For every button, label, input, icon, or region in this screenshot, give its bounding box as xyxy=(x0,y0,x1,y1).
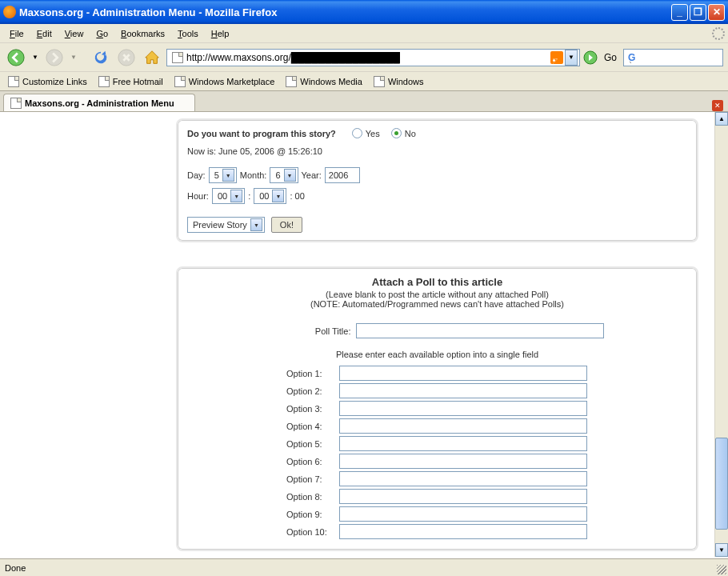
back-button[interactable] xyxy=(5,46,27,69)
hour-select[interactable]: 00▼ xyxy=(212,188,245,204)
ok-button[interactable]: Ok! xyxy=(271,217,302,233)
go-button[interactable] xyxy=(583,50,598,65)
svg-point-1 xyxy=(46,49,62,65)
bookmark-windows[interactable]: Windows xyxy=(369,74,429,89)
program-story-panel: Do you want to program this story? Yes N… xyxy=(176,118,698,242)
poll-title-label: Poll Title: xyxy=(271,326,351,336)
poll-option-row: Option 4: xyxy=(187,418,687,434)
poll-option-label: Option 8: xyxy=(286,492,339,502)
stop-button[interactable] xyxy=(115,46,138,69)
poll-option-label: Option 10: xyxy=(286,527,339,537)
poll-option-label: Option 2: xyxy=(286,386,339,396)
page-icon xyxy=(10,98,22,109)
menu-bookmarks[interactable]: Bookmarks xyxy=(114,27,171,40)
rss-icon[interactable] xyxy=(550,51,563,64)
poll-option-row: Option 3: xyxy=(187,401,687,416)
page-icon xyxy=(286,76,297,87)
menu-go[interactable]: Go xyxy=(90,27,114,40)
poll-subtext-2: (NOTE: Automated/Programmed news can't h… xyxy=(187,299,687,309)
poll-option-input[interactable] xyxy=(339,471,587,486)
home-button[interactable] xyxy=(141,46,163,69)
poll-title-input[interactable] xyxy=(356,323,604,338)
poll-option-input[interactable] xyxy=(339,383,587,398)
tab-close-button[interactable]: ✕ xyxy=(712,100,723,111)
month-label: Month: xyxy=(240,170,267,180)
poll-option-label: Option 7: xyxy=(286,474,339,484)
minute-select[interactable]: 00▼ xyxy=(254,188,286,204)
poll-option-row: Option 6: xyxy=(187,454,687,469)
menu-bar: File Edit View Go Bookmarks Tools Help xyxy=(0,24,728,43)
scroll-track[interactable] xyxy=(715,126,728,543)
bookmarks-toolbar: Customize Links Free Hotmail Windows Mar… xyxy=(0,72,728,91)
page-icon xyxy=(374,76,385,87)
poll-option-label: Option 4: xyxy=(286,422,339,431)
svg-text:G: G xyxy=(628,52,635,63)
poll-option-input[interactable] xyxy=(339,366,587,381)
poll-option-label: Option 6: xyxy=(286,457,339,466)
poll-option-input[interactable] xyxy=(339,506,587,522)
forward-dropdown[interactable]: ▼ xyxy=(69,46,78,69)
resize-grip[interactable] xyxy=(717,565,726,574)
now-timestamp: Now is: June 05, 2006 @ 15:26:10 xyxy=(187,146,687,156)
chevron-down-icon: ▼ xyxy=(250,218,262,231)
reload-button[interactable] xyxy=(90,46,112,69)
bookmark-windows-marketplace[interactable]: Windows Marketplace xyxy=(170,74,280,89)
throbber-icon xyxy=(712,27,725,40)
url-bar[interactable]: http://www.maxsons.org/████████████████ … xyxy=(166,49,580,66)
poll-option-input[interactable] xyxy=(339,436,587,451)
tab-active[interactable]: Maxsons.org - Administration Menu xyxy=(3,94,195,111)
menu-file[interactable]: File xyxy=(3,27,30,40)
vertical-scrollbar[interactable]: ▲ ▼ xyxy=(714,112,728,557)
poll-option-label: Option 1: xyxy=(286,369,339,378)
year-label: Year: xyxy=(302,170,322,180)
bookmark-windows-media[interactable]: Windows Media xyxy=(281,74,367,89)
scroll-down-button[interactable]: ▼ xyxy=(715,543,728,557)
radio-no[interactable]: No xyxy=(391,128,416,138)
poll-option-label: Option 5: xyxy=(286,439,339,449)
google-icon: G xyxy=(627,51,640,64)
options-hint: Please enter each available option into … xyxy=(187,350,687,359)
poll-option-row: Option 5: xyxy=(187,436,687,451)
poll-option-row: Option 2: xyxy=(187,383,687,398)
year-input[interactable]: 2006 xyxy=(325,167,360,183)
close-button[interactable]: ✕ xyxy=(708,4,725,21)
radio-yes[interactable]: Yes xyxy=(352,128,380,138)
minimize-button[interactable]: _ xyxy=(671,4,688,21)
status-text: Done xyxy=(5,563,26,573)
poll-option-input[interactable] xyxy=(339,524,587,539)
scroll-thumb[interactable] xyxy=(715,438,728,530)
back-dropdown[interactable]: ▼ xyxy=(30,46,40,69)
chevron-down-icon: ▼ xyxy=(272,190,284,202)
status-bar: Done xyxy=(0,558,728,576)
nav-toolbar: ▼ ▼ http://www.maxsons.org/█████████████… xyxy=(0,43,728,72)
page-icon xyxy=(8,76,19,87)
poll-option-input[interactable] xyxy=(339,401,587,416)
bookmark-customize-links[interactable]: Customize Links xyxy=(3,74,92,89)
url-text[interactable]: http://www.maxsons.org/████████████████ xyxy=(186,52,550,63)
search-box[interactable]: G xyxy=(623,49,723,66)
go-label: Go xyxy=(604,52,617,63)
poll-option-input[interactable] xyxy=(339,454,587,469)
menu-view[interactable]: View xyxy=(58,27,90,40)
scroll-up-button[interactable]: ▲ xyxy=(715,112,728,126)
poll-option-input[interactable] xyxy=(339,489,587,504)
poll-option-row: Option 1: xyxy=(187,366,687,381)
menu-tools[interactable]: Tools xyxy=(171,27,205,40)
forward-button[interactable] xyxy=(43,46,66,69)
page-icon xyxy=(98,76,110,87)
poll-option-row: Option 8: xyxy=(187,489,687,504)
url-dropdown[interactable]: ▼ xyxy=(565,50,578,66)
menu-help[interactable]: Help xyxy=(205,27,236,40)
bookmark-free-hotmail[interactable]: Free Hotmail xyxy=(94,74,168,89)
day-select[interactable]: 5▼ xyxy=(209,167,237,183)
page-content: Do you want to program this story? Yes N… xyxy=(0,112,714,557)
page-icon xyxy=(174,76,186,87)
month-select[interactable]: 6▼ xyxy=(270,167,298,183)
maximize-button[interactable]: ❐ xyxy=(690,4,706,21)
preview-select[interactable]: Preview Story▼ xyxy=(187,217,265,233)
menu-edit[interactable]: Edit xyxy=(30,27,58,40)
poll-option-input[interactable] xyxy=(339,418,587,434)
poll-option-row: Option 7: xyxy=(187,471,687,486)
poll-heading: Attach a Poll to this article xyxy=(187,276,687,288)
page-icon xyxy=(172,52,183,63)
